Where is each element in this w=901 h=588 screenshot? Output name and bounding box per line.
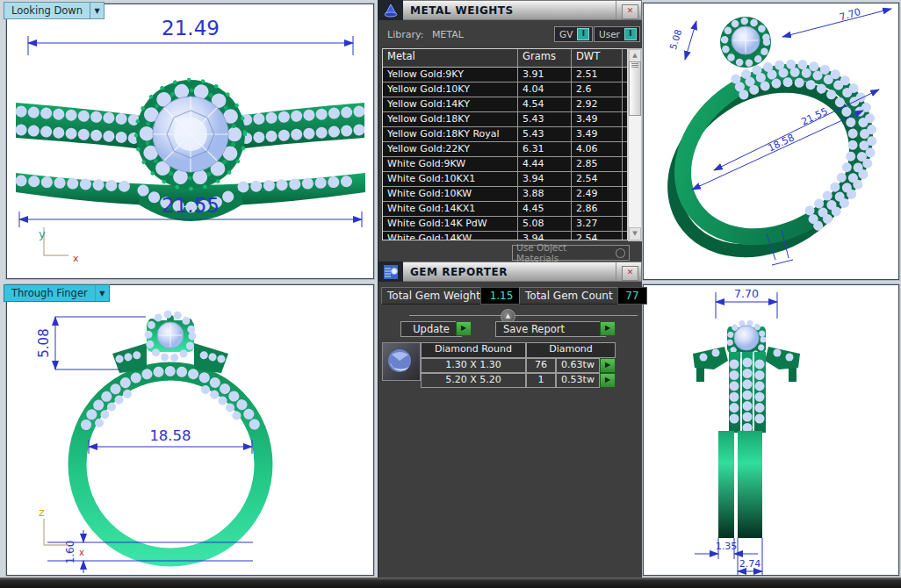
ring-head [720,17,771,68]
axis-y-label: y [39,227,46,240]
viewport-perspective[interactable]: 7.70 5.08 21.55 18.58 [641,0,901,283]
col-metal: Metal [383,49,518,67]
gv-toggle[interactable]: I [577,28,589,40]
scroll-up-icon[interactable]: ▲ [629,49,641,62]
gem-count[interactable]: 76 [526,358,556,373]
table-row[interactable]: White Gold:10KX13.942.54 [383,172,627,187]
ring-perspective-view: 7.70 5.08 21.55 18.58 [644,4,898,279]
viewport-front[interactable]: 7.70 1.35 2.74 [641,283,901,577]
gem-size[interactable]: 5.20 X 5.20 [421,373,526,388]
metal-weights-panel: METAL WEIGHTS ✕ Library: METAL GV I User… [378,0,642,262]
axis-gizmo [44,227,68,255]
view-selector-through-finger[interactable]: Through Finger ▼ [4,284,110,302]
dim-outer: 21.55 [799,105,829,127]
dim-top-width: 21.49 [162,17,220,39]
metal-weights-icon [378,0,403,20]
gem-size[interactable]: 1.30 X 1.30 [421,358,526,373]
total-gem-weight-value: 1.15 [480,287,523,305]
viewport-canvas-top[interactable]: 21.49 21.55 y x [6,4,374,279]
view-selector-looking-down[interactable]: Looking Down ▼ [4,2,105,19]
user-toggle[interactable]: I [624,28,637,40]
metal-weights-table: Metal Grams DWT Yellow Gold:9KY3.912.51 … [382,48,628,240]
table-body: Yellow Gold:9KY3.912.51 Yellow Gold:10KY… [383,68,627,240]
save-report-run-icon[interactable]: ▶ [600,321,616,336]
col-dwt: DWT [572,49,623,67]
save-report-button[interactable]: Save Report [495,321,606,337]
gem-row-action-icon[interactable]: ▶ [600,373,616,388]
col-grams: Grams [518,49,572,67]
taskbar [0,577,901,588]
table-row[interactable]: Yellow Gold:9KY3.912.51 [383,68,627,82]
radio-icon[interactable] [616,248,625,258]
view-label: Through Finger [4,285,95,301]
dim-inner-diameter: 18.58 [149,427,191,444]
viewport-canvas-perspective[interactable]: 7.70 5.08 21.55 18.58 [643,3,899,280]
axis-x-label: x [73,253,79,264]
table-row[interactable]: White Gold:14K PdW5.083.27 [383,217,627,232]
library-value: METAL [427,29,464,40]
table-row[interactable]: Yellow Gold:14KY4.542.92 [383,97,627,112]
ring-side-view: 5.08 18.58 1.60 x z [7,285,373,575]
viewport-canvas-front[interactable]: 7.70 1.35 2.74 [643,284,899,576]
gem-weight[interactable]: 0.63tw [556,358,600,373]
dim-width: 7.70 [838,6,861,23]
table-row[interactable]: Yellow Gold:18KY5.433.49 [383,112,627,127]
dim-band-thickness: 1.60 [64,541,76,564]
dim-height: 5.08 [667,28,683,51]
gem-thumbnail[interactable] [382,342,421,381]
total-gem-weight-label: Total Gem Weight [381,287,487,305]
diamond-gem-icon [383,343,418,378]
gem-type-header: Diamond [526,342,616,358]
table-row[interactable]: Yellow Gold:18KY Royal5.433.49 [383,127,627,142]
origin-marker: x [79,548,84,557]
panel-title: GEM REPORTER [403,266,508,278]
panel-column: METAL WEIGHTS ✕ Library: METAL GV I User… [378,0,642,577]
ring-top-view: 21.49 21.55 y x [7,4,373,278]
view-label: Looking Down [4,3,90,18]
gem-col-header: Diamond Round [421,342,526,358]
use-object-materials-toggle[interactable]: Use Object Materials [512,245,630,261]
gem-reporter-icon [378,262,403,282]
ring-front-view: 7.70 1.35 2.74 [644,285,898,575]
user-button[interactable]: User I [594,26,640,42]
table-row[interactable]: White Gold:10KW3.882.49 [383,187,627,202]
table-row[interactable]: White Gold:14KX14.452.86 [383,202,627,217]
gem-row-action-icon[interactable]: ▶ [600,358,616,373]
total-gem-count-label: Total Gem Count [519,287,619,305]
gv-button[interactable]: GV I [554,26,593,42]
gem-count[interactable]: 1 [526,373,556,388]
update-run-icon[interactable]: ▶ [456,321,472,336]
table-row[interactable]: Yellow Gold:10KY4.042.6 [383,82,627,97]
collapse-divider [409,315,638,316]
table-row-partial[interactable]: White Gold:14KW3.942.54 [383,232,627,240]
dim-width: 7.70 [734,287,759,300]
chevron-down-icon[interactable]: ▼ [95,285,109,301]
table-row[interactable]: Yellow Gold:22KY6.314.06 [383,142,627,157]
table-scrollbar[interactable]: ▲ ▼ [628,48,642,241]
close-icon[interactable]: ✕ [622,266,638,281]
viewport-canvas-bottom[interactable]: 5.08 18.58 1.60 x z [6,284,374,576]
dim-bottom-width: 21.55 [162,194,220,217]
scrollbar-thumb[interactable] [629,61,641,116]
update-button[interactable]: Update [400,321,462,337]
panel-title: METAL WEIGHTS [403,4,514,17]
library-label: Library: [387,29,423,40]
gem-weight[interactable]: 0.53tw [556,373,600,388]
axis-z-label: z [39,506,45,519]
table-header: Metal Grams DWT [383,49,627,68]
viewport-through-finger[interactable]: 5.08 18.58 1.60 x z Through Finger ▼ [0,283,378,577]
dim-head-height: 5.08 [36,328,52,357]
total-gem-count-value: 77 [617,287,647,305]
dim-gap: 1.35 [716,541,738,552]
scroll-down-icon[interactable]: ▼ [629,227,641,240]
dim-shank: 2.74 [739,558,761,570]
viewport-looking-down[interactable]: 21.49 21.55 y x Looking Down ▼ [0,0,378,283]
gem-reporter-panel: GEM REPORTER ✕ Total Gem Weight 1.15 Tot… [378,262,642,577]
table-row[interactable]: White Gold:9KW4.442.85 [383,157,627,172]
dim-inner: 18.58 [766,132,796,154]
close-icon[interactable]: ✕ [622,4,638,19]
chevron-down-icon[interactable]: ▼ [90,3,104,18]
